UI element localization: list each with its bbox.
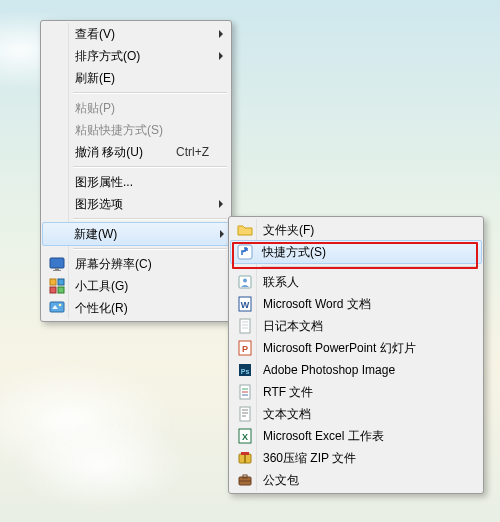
svg-rect-34 <box>241 452 249 455</box>
svg-rect-9 <box>238 245 252 259</box>
menu-label: 粘贴(P) <box>75 100 115 117</box>
svg-rect-5 <box>50 287 56 293</box>
menu-item-view[interactable]: 查看(V) <box>43 23 229 45</box>
menu-shortcut: Ctrl+Z <box>152 145 209 159</box>
menu-label: 屏幕分辨率(C) <box>75 256 152 273</box>
menu-label: 新建(W) <box>74 226 117 243</box>
menu-separator <box>73 248 227 250</box>
submenu-item-zip[interactable]: 360压缩 ZIP 文件 <box>231 447 481 469</box>
svg-rect-4 <box>58 279 64 285</box>
menu-item-paste: 粘贴(P) <box>43 97 229 119</box>
svg-rect-14 <box>240 319 250 333</box>
submenu-item-journal[interactable]: 日记本文档 <box>231 315 481 337</box>
word-icon: W <box>235 296 255 312</box>
menu-item-gadgets[interactable]: 小工具(G) <box>43 275 229 297</box>
journal-icon <box>235 318 255 334</box>
menu-label: 粘贴快捷方式(S) <box>75 122 163 139</box>
menu-label: 联系人 <box>263 274 299 291</box>
svg-rect-7 <box>50 302 64 312</box>
menu-label: 公文包 <box>263 472 299 489</box>
menu-separator <box>73 218 227 220</box>
menu-separator <box>73 92 227 94</box>
menu-label: 文本文档 <box>263 406 311 423</box>
submenu-item-photoshop[interactable]: Ps Adobe Photoshop Image <box>231 359 481 381</box>
menu-label: 快捷方式(S) <box>262 244 326 261</box>
svg-point-8 <box>59 304 62 307</box>
contact-icon <box>235 274 255 290</box>
menu-label: 文件夹(F) <box>263 222 314 239</box>
excel-icon: X <box>235 428 255 444</box>
text-icon <box>235 406 255 422</box>
submenu-item-folder[interactable]: 文件夹(F) <box>231 219 481 241</box>
svg-text:X: X <box>242 432 248 442</box>
menu-label: 日记本文档 <box>263 318 323 335</box>
zip-icon <box>235 450 255 466</box>
gadgets-icon <box>47 278 67 294</box>
submenu-item-contact[interactable]: 联系人 <box>231 271 481 293</box>
menu-label: 查看(V) <box>75 26 115 43</box>
svg-rect-1 <box>55 268 59 270</box>
menu-label: 排序方式(O) <box>75 48 140 65</box>
menu-separator <box>261 266 479 268</box>
svg-rect-2 <box>53 270 61 271</box>
menu-label: Microsoft PowerPoint 幻灯片 <box>263 340 416 357</box>
svg-rect-3 <box>50 279 56 285</box>
svg-rect-0 <box>50 258 64 268</box>
menu-item-personalize[interactable]: 个性化(R) <box>43 297 229 319</box>
desktop-context-menu[interactable]: 查看(V) 排序方式(O) 刷新(E) 粘贴(P) 粘贴快捷方式(S) 撤消 移… <box>40 20 232 322</box>
menu-label: 小工具(G) <box>75 278 128 295</box>
menu-label: 360压缩 ZIP 文件 <box>263 450 356 467</box>
submenu-new[interactable]: 文件夹(F) 快捷方式(S) 联系人 W Microsoft Word 文档 日… <box>228 216 484 494</box>
monitor-icon <box>47 256 67 272</box>
submenu-item-powerpoint[interactable]: P Microsoft PowerPoint 幻灯片 <box>231 337 481 359</box>
briefcase-icon <box>235 472 255 488</box>
menu-item-resolution[interactable]: 屏幕分辨率(C) <box>43 253 229 275</box>
photoshop-icon: Ps <box>235 362 255 378</box>
svg-text:W: W <box>241 300 250 310</box>
powerpoint-icon: P <box>235 340 255 356</box>
svg-rect-26 <box>240 407 250 421</box>
menu-label: 图形选项 <box>75 196 123 213</box>
folder-icon <box>235 222 255 238</box>
menu-item-gfx-options[interactable]: 图形选项 <box>43 193 229 215</box>
menu-label: 图形属性... <box>75 174 133 191</box>
submenu-item-rtf[interactable]: RTF 文件 <box>231 381 481 403</box>
chevron-right-icon <box>219 52 223 60</box>
menu-label: 撤消 移动(U) <box>75 144 143 161</box>
svg-text:Ps: Ps <box>241 368 250 375</box>
menu-label: Microsoft Excel 工作表 <box>263 428 384 445</box>
menu-item-gfx-props[interactable]: 图形属性... <box>43 171 229 193</box>
menu-item-sort[interactable]: 排序方式(O) <box>43 45 229 67</box>
chevron-right-icon <box>219 30 223 38</box>
svg-rect-33 <box>244 454 246 463</box>
chevron-right-icon <box>220 230 224 238</box>
svg-point-11 <box>243 279 247 283</box>
submenu-item-word[interactable]: W Microsoft Word 文档 <box>231 293 481 315</box>
menu-label: RTF 文件 <box>263 384 313 401</box>
menu-label: 刷新(E) <box>75 70 115 87</box>
menu-label: Microsoft Word 文档 <box>263 296 371 313</box>
submenu-item-briefcase[interactable]: 公文包 <box>231 469 481 491</box>
chevron-right-icon <box>219 200 223 208</box>
menu-label: 个性化(R) <box>75 300 128 317</box>
menu-separator <box>73 166 227 168</box>
submenu-item-shortcut[interactable]: 快捷方式(S) <box>230 240 482 264</box>
menu-item-new[interactable]: 新建(W) <box>42 222 230 246</box>
menu-item-refresh[interactable]: 刷新(E) <box>43 67 229 89</box>
menu-label: Adobe Photoshop Image <box>263 363 395 377</box>
submenu-item-excel[interactable]: X Microsoft Excel 工作表 <box>231 425 481 447</box>
menu-item-undo[interactable]: 撤消 移动(U) Ctrl+Z <box>43 141 229 163</box>
shortcut-icon <box>235 244 255 260</box>
rtf-icon <box>235 384 255 400</box>
menu-item-paste-shortcut: 粘贴快捷方式(S) <box>43 119 229 141</box>
svg-rect-6 <box>58 287 64 293</box>
submenu-item-txt[interactable]: 文本文档 <box>231 403 481 425</box>
svg-text:P: P <box>242 344 248 354</box>
personalize-icon <box>47 300 67 316</box>
